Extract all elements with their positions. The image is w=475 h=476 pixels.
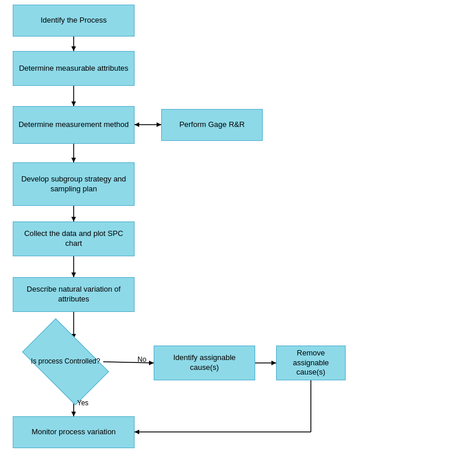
svg-marker-1 [71, 46, 76, 51]
flowchart: Identify the Process Determine measurabl… [0, 0, 475, 476]
svg-marker-16 [149, 361, 154, 365]
measurable-box: Determine measurable attributes [13, 51, 135, 86]
svg-marker-10 [71, 217, 76, 221]
identify-label: Identify the Process [41, 16, 107, 26]
method-label: Determine measurement method [19, 120, 129, 130]
no-label: No [137, 355, 146, 364]
method-box: Determine measurement method [13, 106, 135, 144]
subgroup-label: Develop subgroup strategy and sampling p… [18, 175, 129, 194]
describe-label: Describe natural variation of attributes [18, 285, 129, 304]
describe-box: Describe natural variation of attributes [13, 277, 135, 312]
svg-marker-21 [135, 430, 139, 434]
remove-box: Remove assignable cause(s) [276, 346, 346, 380]
collect-box: Collect the data and plot SPC chart [13, 221, 135, 256]
controlled-label: Is process Controlled? [31, 357, 100, 366]
assignable-label: Identify assignable cause(s) [159, 353, 250, 373]
measurable-label: Determine measurable attributes [19, 64, 129, 74]
svg-marker-5 [157, 122, 161, 127]
monitor-box: Monitor process variation [13, 416, 135, 448]
svg-marker-12 [71, 272, 76, 277]
svg-marker-23 [71, 412, 76, 416]
gage-label: Perform Gage R&R [179, 120, 245, 130]
remove-label: Remove assignable cause(s) [281, 348, 340, 378]
collect-label: Collect the data and plot SPC chart [18, 229, 129, 249]
yes-label: Yes [77, 399, 89, 407]
assignable-box: Identify assignable cause(s) [154, 346, 255, 380]
svg-marker-8 [71, 158, 76, 162]
svg-marker-18 [271, 361, 276, 365]
svg-marker-6 [135, 122, 139, 127]
svg-marker-3 [71, 101, 76, 106]
monitor-label: Monitor process variation [31, 427, 115, 437]
controlled-diamond: Is process Controlled? [28, 338, 103, 386]
identify-box: Identify the Process [13, 5, 135, 37]
gage-box: Perform Gage R&R [161, 109, 263, 141]
subgroup-box: Develop subgroup strategy and sampling p… [13, 162, 135, 206]
